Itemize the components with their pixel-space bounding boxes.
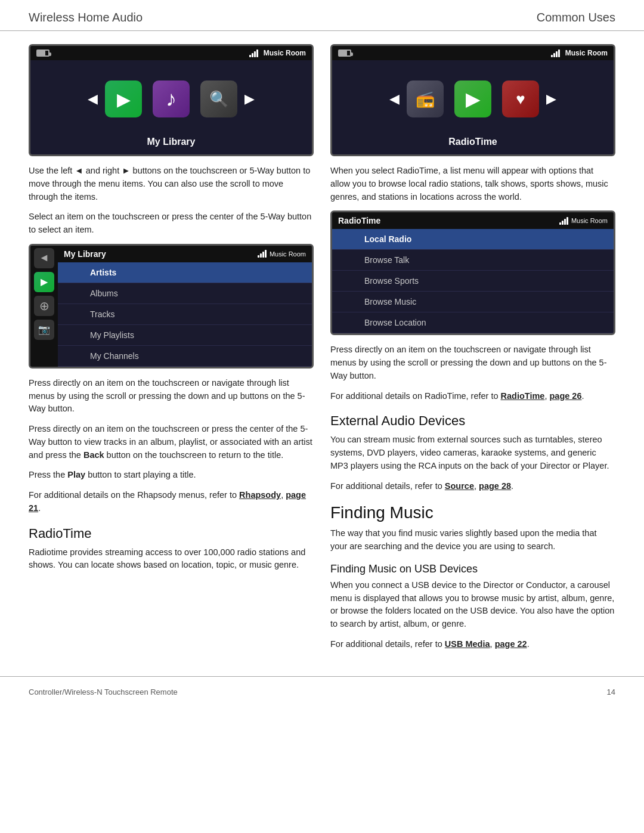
carousel-icon-play-2[interactable]: ▶ <box>454 80 491 117</box>
page26-link[interactable]: page 26 <box>550 391 582 401</box>
para3-right: For additional details on RadioTime, ref… <box>330 390 615 403</box>
carousel-arrow-left[interactable]: ◀ <box>88 91 98 107</box>
para6-left: For additional details on the Rhapsody m… <box>29 489 314 515</box>
carousel-arrow-right-2[interactable]: ▶ <box>546 91 556 107</box>
finding-usb-ref-prefix: For additional details, refer to <box>330 639 445 649</box>
para1-left: Use the left ◄ and right ► buttons on th… <box>29 165 314 203</box>
right-column: Music Room ◀ 📻 ▶ ♥ ▶ RadioTime When you … <box>330 44 615 658</box>
menu-room-1: Music Room <box>270 250 306 258</box>
carousel-icon-heart[interactable]: ♥ <box>502 80 539 117</box>
radiotime-para: Radiotime provides streaming access to o… <box>29 546 314 572</box>
menu-item[interactable]: Artists <box>58 262 312 283</box>
finding-usb-heading: Finding Music on USB Devices <box>330 563 615 575</box>
menu-row-1: ◄ ▶ ⊕ 📷 My Library <box>30 246 312 367</box>
sidebar-plus-icon[interactable]: ⊕ <box>34 296 54 316</box>
screen1-room-label: Music Room <box>264 49 306 57</box>
para5-suffix: button to start playing a title. <box>85 470 196 479</box>
screen2-room-label: Music Room <box>565 49 608 57</box>
radiotime-link[interactable]: RadioTime <box>501 391 545 401</box>
para4-bold: Back <box>83 450 104 460</box>
para1-right: When you select RadioTime, a list menu w… <box>330 165 615 203</box>
radiotime-heading: RadioTime <box>29 526 314 541</box>
carousel-icon-music[interactable]: ♪ <box>153 80 190 117</box>
footer-right: 14 <box>607 688 615 696</box>
menu-title-1: My Library <box>64 249 106 259</box>
para5-left: Press the Play button to start playing a… <box>29 469 314 482</box>
sidebar-back-icon[interactable]: ◄ <box>34 248 54 268</box>
main-content: Music Room ◀ ▶ ♪ 🔍 ▶ My Library Use the … <box>0 44 644 658</box>
para2-left: Select an item on the touchscreen or pre… <box>29 210 314 237</box>
footer-left: Controller/Wireless-N Touchscreen Remote <box>29 688 178 696</box>
finding-music-para: The way that you find music varies sligh… <box>330 527 615 553</box>
menu-item[interactable]: Browse Location <box>332 312 614 333</box>
finding-usb-para: When you connect a USB device to the Dir… <box>330 579 615 631</box>
ext-audio-para: You can stream music from external sourc… <box>330 433 615 472</box>
screen1-top-bar: Music Room <box>30 46 312 60</box>
sidebar-play-icon[interactable]: ▶ <box>34 272 54 292</box>
menu-item[interactable]: My Playlists <box>58 325 312 346</box>
ext-audio-ref: For additional details, refer to Source,… <box>330 480 615 493</box>
signal-icon-2 <box>551 49 560 57</box>
para3-comma: , <box>544 391 549 401</box>
menu-screen-1: ◄ ▶ ⊕ 📷 My Library <box>29 244 314 368</box>
menu-signal-1 <box>258 250 267 258</box>
para4-suffix: button on the touchscreen to return to t… <box>104 450 284 460</box>
battery-icon <box>36 49 49 57</box>
ext-audio-heading: External Audio Devices <box>330 413 615 429</box>
carousel-icon-play[interactable]: ▶ <box>105 80 142 117</box>
left-column: Music Room ◀ ▶ ♪ 🔍 ▶ My Library Use the … <box>29 44 314 658</box>
para3-suffix: . <box>582 391 584 401</box>
para5-prefix: Press the <box>29 470 67 479</box>
device-screen-2: Music Room ◀ 📻 ▶ ♥ ▶ RadioTime <box>330 44 615 156</box>
menu-list-2: Local RadioBrowse TalkBrowse SportsBrows… <box>332 229 614 333</box>
menu-screen-2: RadioTime Music Room Local RadioBrowse T… <box>330 210 615 335</box>
menu-room-2: Music Room <box>571 217 608 224</box>
carousel-arrow-left-2[interactable]: ◀ <box>389 91 400 107</box>
menu-sidebar-1: ◄ ▶ ⊕ 📷 <box>30 246 58 367</box>
menu-list-1: ArtistsAlbumsTracksMy PlaylistsMy Channe… <box>58 262 312 367</box>
signal-icon <box>249 49 258 57</box>
menu-title-2: RadioTime <box>338 216 380 225</box>
ext-audio-ref-prefix: For additional details, refer to <box>330 481 445 491</box>
screen1-carousel: ◀ ▶ ♪ 🔍 ▶ <box>30 60 312 132</box>
menu-item[interactable]: Browse Sports <box>332 271 614 292</box>
carousel-icon-radio[interactable]: 📻 <box>407 80 444 117</box>
finding-usb-ref: For additional details, refer to USB Med… <box>330 638 615 651</box>
menu-item[interactable]: Local Radio <box>332 229 614 250</box>
menu-header-2: RadioTime Music Room <box>332 212 614 229</box>
screen2-carousel-label: RadioTime <box>332 132 614 154</box>
screen1-carousel-label: My Library <box>30 132 312 154</box>
screen2-top-bar: Music Room <box>332 46 614 60</box>
para6-prefix: For additional details on the Rhapsody m… <box>29 490 239 500</box>
carousel-icon-search[interactable]: 🔍 <box>200 80 237 117</box>
page-footer: Controller/Wireless-N Touchscreen Remote… <box>0 676 644 707</box>
finding-music-heading: Finding Music <box>330 503 615 522</box>
page28-link[interactable]: page 28 <box>479 481 511 491</box>
page22-link[interactable]: page 22 <box>495 639 527 649</box>
para3-prefix: For additional details on RadioTime, ref… <box>330 391 501 401</box>
usb-media-link[interactable]: USB Media <box>445 639 490 649</box>
menu-item[interactable]: My Channels <box>58 346 312 367</box>
menu-item[interactable]: Browse Music <box>332 292 614 312</box>
para3-left: Press directly on an item on the touchsc… <box>29 377 314 416</box>
para5-bold: Play <box>67 470 85 479</box>
menu-item[interactable]: Albums <box>58 283 312 304</box>
source-link[interactable]: Source <box>445 481 474 491</box>
header-title-left: Wireless Home Audio <box>29 11 143 24</box>
carousel-arrow-right[interactable]: ▶ <box>244 91 255 107</box>
menu-item[interactable]: Tracks <box>58 304 312 325</box>
battery-icon-2 <box>338 49 351 57</box>
menu-signal-2 <box>559 217 568 225</box>
menu-item[interactable]: Browse Talk <box>332 250 614 271</box>
carousel-icons-2: 📻 ▶ ♥ <box>407 80 539 117</box>
para2-right: Press directly on an item on the touchsc… <box>330 343 615 382</box>
rhapsody-link[interactable]: Rhapsody <box>239 490 281 500</box>
screen2-carousel: ◀ 📻 ▶ ♥ ▶ <box>332 60 614 132</box>
carousel-icons: ▶ ♪ 🔍 <box>105 80 237 117</box>
sidebar-cam-icon[interactable]: 📷 <box>34 320 54 340</box>
para4-left: Press directly on an item on the touchsc… <box>29 423 314 462</box>
menu-items-col-1: My Library Music Room ArtistsAlbumsTrack… <box>58 246 312 367</box>
page-header: Wireless Home Audio Common Uses <box>0 0 644 31</box>
header-title-right: Common Uses <box>537 11 615 24</box>
device-screen-1: Music Room ◀ ▶ ♪ 🔍 ▶ My Library <box>29 44 314 156</box>
